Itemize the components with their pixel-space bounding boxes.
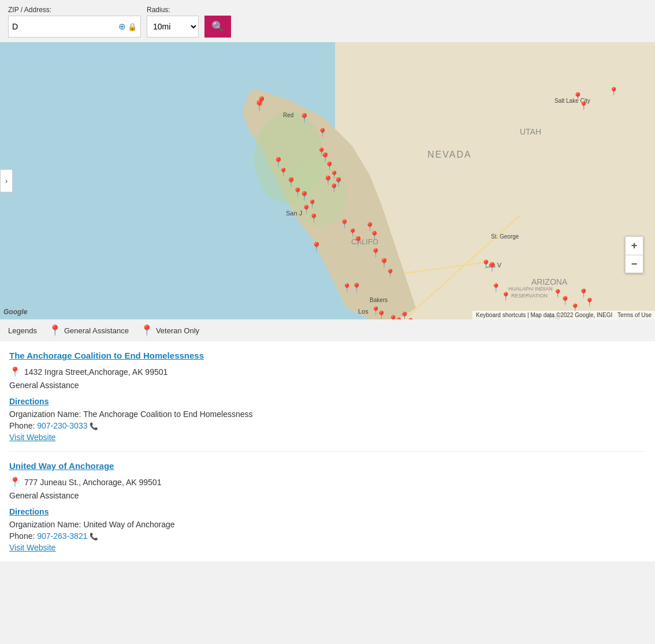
svg-text:Red: Red [283, 112, 293, 118]
svg-text:📍: 📍 [579, 101, 589, 111]
phone-number-2[interactable]: 907-263-3821 [37, 531, 87, 541]
svg-text:📍: 📍 [311, 241, 322, 252]
legend-general-assistance: 📍 General Assistance [49, 325, 129, 336]
results-container: The Anchorage Coalition to End Homelessn… [0, 341, 655, 561]
zoom-in-button[interactable]: + [625, 236, 643, 255]
keyboard-shortcuts-link[interactable]: Keyboard shortcuts [476, 312, 526, 318]
svg-text:📍: 📍 [370, 248, 381, 258]
radius-label: Radius: [147, 6, 199, 14]
org-type-2: General Assistance [9, 491, 646, 500]
zoom-out-button[interactable]: − [625, 255, 643, 273]
org-card-1: The Anchorage Coalition to End Homelessn… [9, 341, 646, 452]
address-pin-icon-1: 📍 [9, 366, 21, 377]
svg-text:📍: 📍 [273, 157, 284, 167]
svg-text:NEVADA: NEVADA [427, 150, 472, 159]
map-data-label: Map data ©2022 Google, INEGI [530, 312, 612, 318]
input-icons: ⊕ 🔒 [118, 21, 137, 32]
address-text-1: 1432 Ingra Street,Anchorage, AK 99501 [24, 367, 168, 377]
svg-text:📍: 📍 [501, 292, 511, 301]
map-controls: + − [625, 236, 643, 273]
zip-input-wrapper: ⊕ 🔒 [8, 16, 141, 38]
blue-pin-icon: 📍 [140, 325, 153, 336]
svg-text:📍: 📍 [385, 269, 396, 278]
svg-text:📍: 📍 [481, 259, 492, 270]
svg-text:San J: San J [286, 210, 302, 217]
zip-input[interactable] [12, 16, 118, 37]
org-name-1[interactable]: The Anchorage Coalition to End Homelessn… [9, 351, 204, 360]
svg-text:RESERVATION: RESERVATION [511, 293, 548, 299]
phone-label-2: Phone: [9, 531, 35, 541]
svg-text:St. George: St. George [491, 233, 519, 240]
zip-group: ZIP / Address: ⊕ 🔒 [8, 6, 141, 38]
directions-link-2[interactable]: Directions [9, 507, 49, 516]
org-details-2: Organization Name: United Way of Anchora… [9, 520, 646, 529]
svg-text:📍: 📍 [256, 96, 267, 107]
terms-link[interactable]: Terms of Use [617, 312, 652, 318]
svg-text:📍: 📍 [393, 317, 404, 319]
org-name-2[interactable]: United Way of Anchorage [9, 461, 114, 471]
radius-group: Radius: 5mi 10mi 25mi 50mi [147, 6, 199, 38]
legend-general-label: General Assistance [64, 326, 129, 335]
org-address-1: 📍 1432 Ingra Street,Anchorage, AK 99501 [9, 366, 646, 377]
svg-text:Bakers: Bakers [370, 297, 388, 303]
svg-text:📍: 📍 [491, 283, 501, 293]
svg-text:📍: 📍 [369, 230, 380, 241]
legends-title: Legends [8, 326, 37, 335]
svg-text:📍: 📍 [285, 177, 297, 188]
google-logo: Google [3, 308, 27, 316]
red-pin-icon: 📍 [49, 325, 61, 336]
search-bar: ZIP / Address: ⊕ 🔒 Radius: 5mi 10mi 25mi… [0, 0, 655, 42]
svg-text:📍: 📍 [378, 258, 390, 269]
svg-text:📍: 📍 [609, 87, 619, 96]
svg-text:UTAH: UTAH [520, 127, 541, 136]
radius-select[interactable]: 5mi 10mi 25mi 50mi [147, 16, 199, 38]
legend-veteran-only: 📍 Veteran Only [140, 325, 199, 336]
org-phone-1: Phone: 907-230-3033 📞 [9, 421, 646, 430]
lock-icon: 🔒 [128, 23, 137, 31]
svg-text:📍: 📍 [405, 318, 416, 319]
phone-label-1: Phone: [9, 421, 35, 430]
org-address-2: 📍 777 Juneau St., Anchorage, AK 99501 [9, 477, 646, 487]
org-card-2: United Way of Anchorage 📍 777 Juneau St.… [9, 452, 646, 561]
address-pin-icon-2: 📍 [9, 477, 21, 487]
visit-website-1[interactable]: Visit Website [9, 433, 55, 442]
legends-bar: Legends 📍 General Assistance 📍 Veteran O… [0, 319, 655, 341]
svg-text:📍: 📍 [376, 310, 387, 319]
phone-icon-2: 📞 [90, 533, 98, 541]
svg-text:📍: 📍 [299, 113, 310, 124]
org-phone-2: Phone: 907-263-3821 📞 [9, 531, 646, 541]
directions-link-1[interactable]: Directions [9, 397, 49, 406]
svg-text:📍: 📍 [278, 167, 289, 177]
phone-icon-1: 📞 [90, 422, 98, 430]
zip-label: ZIP / Address: [8, 6, 141, 14]
svg-text:📍: 📍 [317, 128, 328, 138]
visit-website-2[interactable]: Visit Website [9, 543, 55, 552]
svg-text:HUALAPAI INDIAN: HUALAPAI INDIAN [508, 286, 553, 292]
svg-text:📍: 📍 [351, 282, 362, 293]
svg-text:Los: Los [358, 308, 369, 315]
map-svg: NEVADA UTAH ARIZONA CALIFO San J Long Be… [0, 42, 655, 319]
arrow-right-icon: › [5, 176, 8, 185]
svg-text:📍: 📍 [329, 183, 340, 193]
svg-text:ARIZONA: ARIZONA [531, 277, 568, 286]
org-details-1: Organization Name: The Anchorage Coaliti… [9, 410, 646, 419]
svg-text:📍: 📍 [352, 236, 364, 247]
location-icon[interactable]: ⊕ [118, 21, 126, 32]
svg-text:📍: 📍 [585, 297, 595, 307]
map-attribution: Keyboard shortcuts | Map data ©2022 Goog… [472, 311, 655, 319]
legend-veteran-label: Veteran Only [156, 326, 199, 335]
svg-text:📍: 📍 [308, 213, 319, 224]
address-text-2: 777 Juneau St., Anchorage, AK 99501 [24, 478, 161, 487]
search-icon: 🔍 [211, 20, 224, 33]
org-type-1: General Assistance [9, 381, 646, 390]
map-sidebar-arrow[interactable]: › [0, 169, 13, 192]
svg-text:📍: 📍 [560, 296, 571, 306]
map-container: NEVADA UTAH ARIZONA CALIFO San J Long Be… [0, 42, 655, 319]
phone-number-1[interactable]: 907-230-3033 [37, 421, 87, 430]
search-button[interactable]: 🔍 [204, 16, 231, 38]
